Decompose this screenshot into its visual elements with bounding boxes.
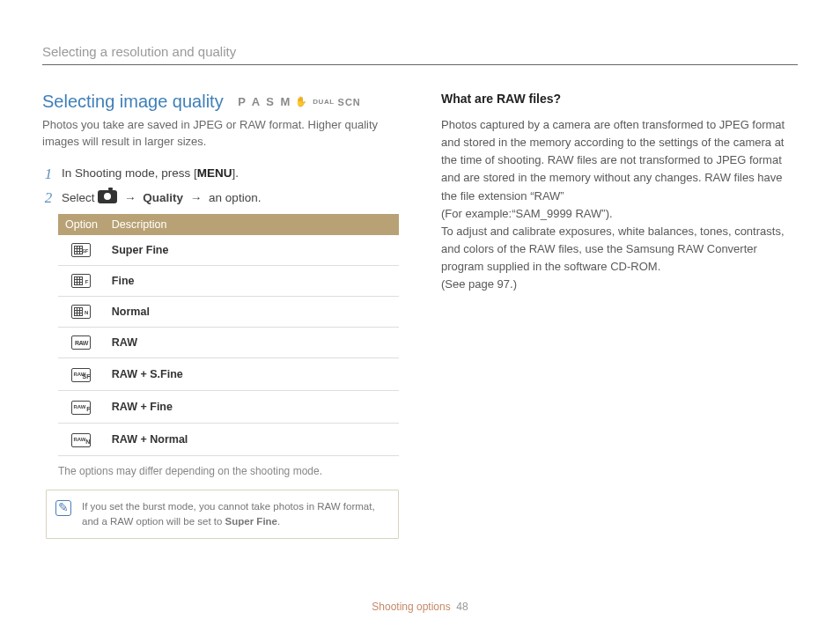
raw-body: Photos captured by a camera are often tr… [441,116,798,293]
quality-icon-raw-n: RAW [71,433,91,447]
arrow-icon: → [124,191,136,204]
note-icon: ✎ [55,500,71,516]
intro-text: Photos you take are saved in JPEG or RAW… [42,117,399,151]
desc-cell: RAW [105,327,399,358]
mode-pasm: P A S M [238,95,291,108]
mode-dual: DUAL [313,98,334,106]
step2-post: an option. [205,191,261,204]
note-bold: Super Fine [225,516,277,527]
options-table: Option Description SF Super Fine F Fine … [58,214,399,456]
camera-icon [98,190,117,203]
raw-heading: What are RAW files? [441,92,798,106]
desc-cell: RAW + Normal [105,423,399,455]
hand-icon: ✋ [295,96,309,107]
table-row: N Normal [58,296,399,327]
table-row: SF Super Fine [58,235,399,266]
table-row: F Fine [58,265,399,296]
th-option: Option [58,214,105,235]
table-footnote: The options may differ depending on the … [58,465,399,477]
table-row: RAW RAW + Fine [58,390,399,423]
quality-icon-raw-f: RAW [71,401,91,415]
step-number-1: 1 [42,166,55,181]
step1-pre: In Shooting mode, press [ [62,166,197,180]
section-title: Selecting image quality [42,92,224,111]
menu-key: MENU [197,166,232,180]
step2-pre: Select [62,191,98,204]
step1-post: ]. [232,166,239,180]
table-row: RAW RAW [58,327,399,358]
th-description: Description [105,214,399,235]
table-row: RAW RAW + Normal [58,423,399,455]
desc-cell: RAW + Fine [105,390,399,423]
arrow-icon: → [190,191,203,204]
page-footer: Shooting options 48 [0,601,840,613]
title-row: Selecting image quality P A S M ✋DUAL SC… [42,92,399,112]
quality-icon-raw-sf: RAW [71,368,91,382]
step-number-2: 2 [42,190,55,205]
quality-icon-n: N [71,305,91,319]
page-header: Selecting a resolution and quality [42,44,798,65]
table-row: RAW RAW + S.Fine [58,358,399,390]
desc-cell: RAW + S.Fine [105,358,399,390]
quality-icon-raw: RAW [71,335,91,350]
mode-icons: P A S M ✋DUAL SCN [238,95,361,108]
desc-cell: Fine [105,265,399,296]
note-post: . [277,516,280,527]
mode-scn: SCN [338,97,361,107]
quality-icon-f: F [71,274,91,288]
step-2: 2 Select → Quality → an option. [42,190,399,205]
footer-section: Shooting options [372,601,450,613]
desc-cell: Super Fine [105,235,399,266]
footer-page: 48 [456,601,468,613]
desc-cell: Normal [105,296,399,327]
quality-icon-sf: SF [71,243,91,257]
step2-quality: Quality [143,191,183,204]
step-1: 1 In Shooting mode, press [MENU]. [42,166,399,181]
note-box: ✎ If you set the burst mode, you cannot … [46,490,399,540]
